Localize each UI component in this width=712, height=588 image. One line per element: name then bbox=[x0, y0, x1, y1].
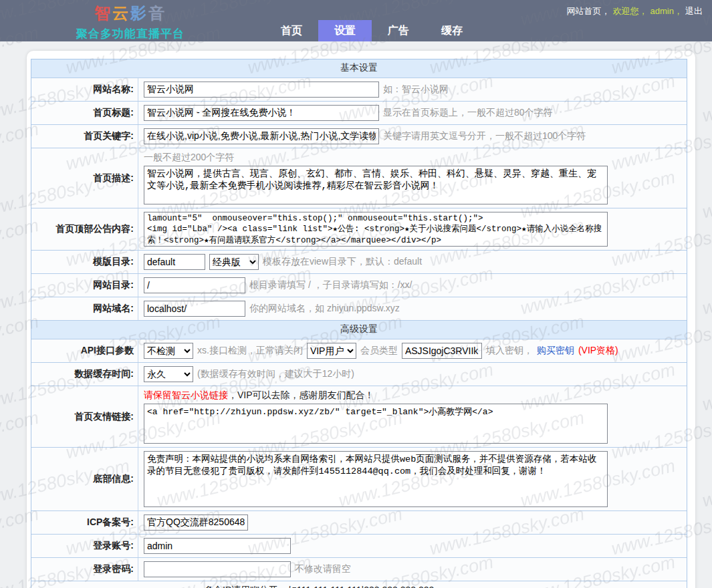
api-key-input[interactable] bbox=[402, 343, 482, 359]
login-user-label: 登录账号: bbox=[31, 535, 138, 557]
row-home-title: 首页标题: 显示在首页标题上，一般不超过80个字符 bbox=[31, 102, 687, 125]
watermark-text: www.12580sky.com bbox=[701, 552, 712, 588]
settings-form: 基本设置 网站名称: 如：智云小说网 首页标题: 显示在首页标题上，一般不超过8… bbox=[31, 59, 687, 588]
row-login-pass: 登录密码: 不修改请留空 bbox=[31, 558, 687, 581]
template-dir-input[interactable] bbox=[144, 254, 205, 270]
site-domain-hint: 你的网站域名，如 zhiyun.ppdsw.xyz bbox=[249, 303, 400, 315]
site-name-label: 网站名称: bbox=[31, 78, 138, 101]
template-style-select[interactable]: 经典版 bbox=[209, 254, 259, 270]
template-dir-label: 模版目录: bbox=[31, 251, 138, 273]
friend-link-textarea[interactable]: <a href="http://zhiyun.ppdsw.xyz/zb/" ta… bbox=[144, 404, 608, 444]
friend-link-note: 请保留智云小说链接，VIP可以去除，感谢朋友们配合！ bbox=[144, 390, 374, 402]
nav-tab-active[interactable]: 设置 bbox=[318, 20, 372, 41]
friend-link-label: 首页友情链接: bbox=[31, 386, 138, 447]
site-dir-label: 网站目录: bbox=[31, 274, 138, 297]
watermark-text: www.12580sky.com bbox=[701, 167, 712, 223]
watermark-text: www.12580sky.com bbox=[701, 456, 712, 511]
logo-char: 音 bbox=[148, 4, 166, 22]
row-icp: ICP备案号: bbox=[31, 511, 687, 535]
logo-title: 智云影音 bbox=[67, 3, 194, 24]
site-dir-input[interactable] bbox=[144, 277, 245, 293]
login-pass-hint: 不修改请留空 bbox=[295, 563, 351, 575]
api-check-select[interactable]: 不检测 bbox=[144, 343, 193, 359]
icp-input[interactable] bbox=[144, 514, 248, 531]
footer-info-textarea[interactable]: 免责声明：本网站提供的小说均系来自网络索引，本网站只提供web页面测试服务，并不… bbox=[144, 451, 608, 507]
row-site-dir: 网站目录: 根目录请填写 / ，子目录请填写如：/xx/ bbox=[31, 274, 687, 297]
friend-link-note-rest: ，VIP可以去除，感谢朋友们配合！ bbox=[228, 390, 374, 400]
row-site-domain: 网站域名: 你的网站域名，如 zhiyun.ppdsw.xyz bbox=[31, 297, 687, 321]
section-basic-settings: 基本设置 bbox=[31, 59, 687, 78]
ip-ban-hint: 多个IP请用"|"分开，如111.111.111.111|222.222.222… bbox=[204, 585, 434, 588]
site-domain-label: 网站域名: bbox=[31, 297, 138, 320]
logo-char: 云 bbox=[112, 4, 130, 22]
api-key-hint: 填入密钥， bbox=[486, 345, 533, 357]
logo-char: 影 bbox=[130, 4, 148, 22]
cache-time-label: 数据缓存时间: bbox=[31, 363, 138, 386]
watermark-text: www.12580sky.com bbox=[701, 359, 712, 415]
site-dir-hint: 根目录请填写 / ，子目录请填写如：/xx/ bbox=[249, 279, 412, 291]
member-type-select[interactable]: VIP用户 bbox=[307, 343, 356, 359]
home-keywords-hint: 关键字请用英文逗号分开，一般不超过100个字符 bbox=[383, 130, 586, 142]
main-nav: 首页设置广告缓存 bbox=[265, 20, 479, 41]
nav-tab-item[interactable]: 广告 bbox=[372, 20, 425, 41]
top-notice-textarea[interactable]: lamount="5" onmouseover="this.stop();" o… bbox=[144, 212, 608, 247]
row-template-dir: 模版目录: 经典版 模板存放在view目录下，默认：default bbox=[31, 251, 687, 274]
home-desc-label: 首页描述: bbox=[31, 148, 138, 208]
row-login-user: 登录账号: bbox=[31, 535, 687, 558]
settings-panel: 基本设置 网站名称: 如：智云小说网 首页标题: 显示在首页标题上，一般不超过8… bbox=[27, 51, 695, 588]
row-home-desc: 首页描述: 一般不超过200个字符 智云小说网，提供古言、现言、原创、玄幻、都市… bbox=[31, 148, 687, 208]
site-name-hint: 如：智云小说网 bbox=[383, 84, 449, 96]
row-friend-link: 首页友情链接: 请保留智云小说链接，VIP可以去除，感谢朋友们配合！ <a hr… bbox=[31, 386, 687, 448]
ip-ban-label: 禁止某些IP访问: bbox=[31, 581, 199, 588]
home-desc-hint: 一般不超过200个字符 bbox=[144, 152, 234, 164]
logo-subtitle: 聚合多功能直播平台 bbox=[67, 26, 194, 41]
login-pass-input[interactable] bbox=[144, 561, 291, 577]
api-params-label: API接口参数 bbox=[31, 339, 138, 362]
row-api-params: API接口参数 不检测 xs.接口检测，正常请关闭 VIP用户 会员类型 填入密… bbox=[31, 339, 687, 363]
home-title-label: 首页标题: bbox=[31, 102, 138, 124]
api-check-hint: xs.接口检测，正常请关闭 bbox=[197, 345, 303, 357]
watermark-text: www.12580sky.com bbox=[701, 263, 712, 319]
top-header: 智云影音 聚合多功能直播平台 首页设置广告缓存 网站首页，欢迎您，admin，退… bbox=[0, 0, 712, 41]
member-type-hint: 会员类型 bbox=[360, 345, 398, 357]
watermark-text: www.12580sky.com bbox=[701, 71, 712, 126]
vip-note: (VIP资格) bbox=[578, 345, 618, 357]
top-notice-label: 首页顶部公告内容: bbox=[31, 208, 138, 250]
home-title-hint: 显示在首页标题上，一般不超过80个字符 bbox=[383, 107, 553, 119]
home-keywords-label: 首页关键字: bbox=[31, 125, 138, 148]
cache-time-hint: (数据缓存有效时间，建议大于12小时) bbox=[197, 368, 354, 380]
user-bar-link[interactable]: 退出 bbox=[685, 6, 703, 16]
site-domain-input[interactable] bbox=[144, 301, 245, 317]
logo: 智云影音 聚合多功能直播平台 bbox=[67, 3, 194, 41]
login-user-input[interactable] bbox=[144, 538, 291, 554]
template-dir-hint: 模板存放在view目录下，默认：default bbox=[263, 256, 422, 268]
row-home-keywords: 首页关键字: 关键字请用英文逗号分开，一般不超过100个字符 bbox=[31, 125, 687, 148]
home-keywords-input[interactable] bbox=[144, 128, 379, 144]
section-advanced-settings: 高级设置 bbox=[31, 321, 687, 339]
row-footer-info: 底部信息: 免责声明：本网站提供的小说均系来自网络索引，本网站只提供web页面测… bbox=[31, 448, 687, 511]
user-bar-link[interactable]: 欢迎您， bbox=[613, 6, 648, 16]
row-ip-ban: 禁止某些IP访问: 多个IP请用"|"分开，如111.111.111.111|2… bbox=[31, 581, 687, 588]
user-bar-link[interactable]: 网站首页， bbox=[567, 6, 610, 16]
home-title-input[interactable] bbox=[144, 105, 379, 121]
nav-tab-item[interactable]: 缓存 bbox=[425, 20, 479, 41]
cache-time-select[interactable]: 永久 bbox=[144, 366, 193, 382]
row-cache-time: 数据缓存时间: 永久 (数据缓存有效时间，建议大于12小时) bbox=[31, 363, 687, 386]
nav-tab-item[interactable]: 首页 bbox=[265, 20, 318, 41]
login-pass-label: 登录密码: bbox=[31, 558, 138, 581]
home-desc-textarea[interactable]: 智云小说网，提供古言、现言、原创、玄幻、都市、言情、娱乐、种田、科幻、悬疑、灵异… bbox=[144, 166, 608, 204]
user-bar-link[interactable]: admin， bbox=[650, 6, 683, 16]
buy-key-link[interactable]: 购买密钥 bbox=[537, 345, 574, 357]
row-site-name: 网站名称: 如：智云小说网 bbox=[31, 78, 687, 102]
row-top-notice: 首页顶部公告内容: lamount="5" onmouseover="this.… bbox=[31, 208, 687, 251]
site-name-input[interactable] bbox=[144, 82, 379, 98]
logo-char: 智 bbox=[94, 4, 112, 22]
footer-info-label: 底部信息: bbox=[31, 448, 138, 510]
user-bar: 网站首页，欢迎您，admin，退出 bbox=[564, 5, 703, 17]
friend-link-note-red: 请保留智云小说链接 bbox=[144, 390, 228, 400]
icp-label: ICP备案号: bbox=[31, 511, 138, 534]
